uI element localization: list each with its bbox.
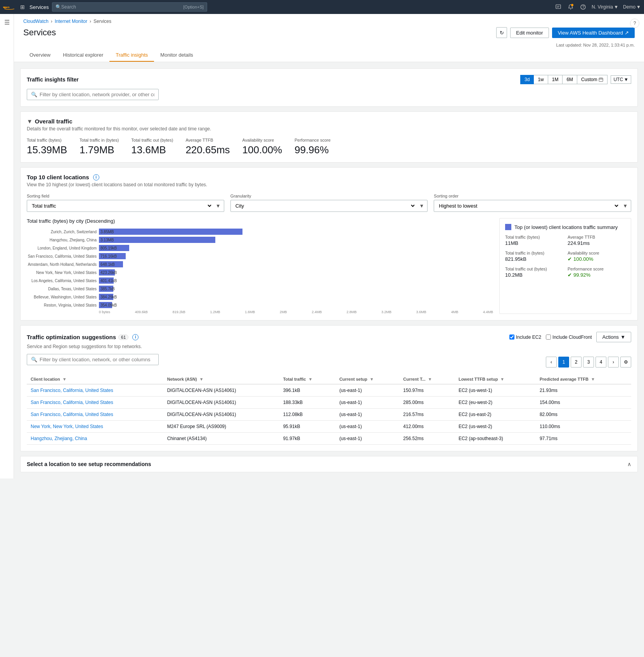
page-4-btn[interactable]: 4 xyxy=(596,357,606,368)
bar-fill: 384.29kB xyxy=(99,294,113,300)
filter-input[interactable] xyxy=(40,92,154,97)
bar-fill: 401.41kB xyxy=(99,277,114,284)
time-btn-1m[interactable]: 1M xyxy=(548,75,563,84)
svg-rect-8 xyxy=(599,78,603,81)
page-2-btn[interactable]: 2 xyxy=(571,357,582,368)
timezone-select[interactable]: UTC ▼ xyxy=(611,75,631,84)
top-locations-info[interactable]: i xyxy=(93,174,99,180)
time-btn-custom[interactable]: Custom xyxy=(577,75,608,84)
include-ec2-checkbox[interactable]: Include EC2 xyxy=(509,335,541,340)
tab-historical-explorer[interactable]: Historical explorer xyxy=(57,49,109,62)
traffic-summary-card: Top (or lowest) client locations traffic… xyxy=(499,218,631,314)
sugg-filter-input[interactable] xyxy=(40,357,154,362)
total-traffic-cell: 91.97kB xyxy=(279,433,336,445)
granularity-arrow: ▼ xyxy=(416,203,427,209)
nav-services[interactable]: Services xyxy=(29,4,49,10)
bar-track: 354.09kB xyxy=(99,302,493,308)
current-t-cell: 216.57ms xyxy=(399,409,455,421)
filter-title: Traffic insights filter xyxy=(27,76,79,83)
nav-grid-icon[interactable]: ⊞ xyxy=(19,3,26,11)
svg-text:?: ? xyxy=(582,5,585,9)
th-current-setup[interactable]: Current setup ▼ xyxy=(336,374,400,384)
bar-value: 423.26kB xyxy=(100,270,117,275)
th-client-location[interactable]: Client location ▼ xyxy=(27,374,163,384)
bar-label: Los Angeles, California, United States xyxy=(27,279,97,283)
th-predicted-ttfb[interactable]: Predicted average TTFB ▼ xyxy=(536,374,631,384)
network-cell: DIGITALOCEAN-ASN (AS14061) xyxy=(163,409,279,421)
help-icon[interactable]: ? xyxy=(630,19,639,28)
aws-logo[interactable]: aws xyxy=(3,3,16,11)
client-location-link[interactable]: San Francisco, California, United States xyxy=(31,412,113,417)
time-btn-1w[interactable]: 1w xyxy=(533,75,548,84)
actions-button[interactable]: Actions ▼ xyxy=(596,332,631,342)
th-lowest-ttfb[interactable]: Lowest TTFB setup ▼ xyxy=(455,374,536,384)
nav-demo[interactable]: Demo ▼ xyxy=(623,4,641,10)
sidebar-toggle[interactable]: ☰ xyxy=(0,14,14,478)
refresh-button[interactable]: ↻ xyxy=(496,27,507,38)
bar-label: Zurich, Zurich, Switzerland xyxy=(27,230,97,234)
last-updated: Last updated: Nov 28, 2022, 1:33:41 p.m. xyxy=(23,43,635,47)
predicted-ttfb-cell: 21.93ms xyxy=(536,384,631,397)
page-next-btn[interactable]: › xyxy=(608,357,619,368)
bar-value: 385.7kB xyxy=(100,287,115,291)
demo-caret: ▼ xyxy=(636,4,641,10)
edit-monitor-button[interactable]: Edit monitor xyxy=(510,28,549,38)
sugg-info[interactable]: i xyxy=(132,334,138,340)
th-total-traffic[interactable]: Total traffic ▼ xyxy=(279,374,336,384)
lowest-ttfb-cell: EC2 (us-west-2) xyxy=(455,421,536,433)
th-network[interactable]: Network (ASN) ▼ xyxy=(163,374,279,384)
time-btn-6m[interactable]: 6M xyxy=(562,75,577,84)
include-cloudfront-checkbox[interactable]: Include CloudFront xyxy=(546,335,592,340)
granularity-select[interactable]: City Country xyxy=(231,200,416,211)
bar-fill: 3.85MB xyxy=(99,229,242,235)
menu-icon[interactable]: ☰ xyxy=(4,19,10,26)
breadcrumb-sep-2: › xyxy=(90,19,91,24)
timezone-caret: ▼ xyxy=(624,77,628,82)
top-nav: aws ⊞ Services 🔍 [Option+S] ? N. Virgini… xyxy=(0,0,644,14)
check-icon: ✔ xyxy=(568,256,572,262)
nav-search[interactable]: 🔍 [Option+S] xyxy=(52,2,207,12)
x-label: 1.6MB xyxy=(245,310,255,314)
page-settings-btn[interactable]: ⚙ xyxy=(620,357,631,368)
client-location-link[interactable]: San Francisco, California, United States xyxy=(31,388,113,393)
client-location-link[interactable]: Hangzhou, Zhejiang, China xyxy=(31,436,87,441)
nav-help-icon[interactable]: ? xyxy=(579,3,587,11)
client-location-link[interactable]: San Francisco, California, United States xyxy=(31,400,113,405)
page-3-btn[interactable]: 3 xyxy=(583,357,594,368)
page-prev-btn[interactable]: ‹ xyxy=(546,357,557,368)
tab-overview[interactable]: Overview xyxy=(23,49,57,62)
time-btn-3d[interactable]: 3d xyxy=(520,75,534,84)
bar-value: 648.1kB xyxy=(100,262,115,267)
tab-monitor-details[interactable]: Monitor details xyxy=(154,49,199,62)
nav-feedback-icon[interactable] xyxy=(554,3,562,11)
page-title: Services xyxy=(23,28,56,38)
bar-row: Bellevue, Washington, United States384.2… xyxy=(27,294,493,300)
bar-fill: 3.13MB xyxy=(99,237,215,243)
sorting-order-arrow: ▼ xyxy=(620,203,631,209)
tab-traffic-insights[interactable]: Traffic insights xyxy=(109,49,154,62)
nav-region[interactable]: N. Virginia ▼ xyxy=(592,4,618,10)
th-current-t[interactable]: Current T... ▼ xyxy=(399,374,455,384)
sorting-field-select[interactable]: Total traffic xyxy=(27,200,213,211)
bar-label: Amsterdam, North Holland, Netherlands xyxy=(27,262,97,267)
metric-traffic-out: Total traffic out (bytes) 13.6MB xyxy=(131,138,173,156)
search-input[interactable] xyxy=(61,4,184,10)
view-health-button[interactable]: View AWS Health Dashboard ↗ xyxy=(552,28,635,38)
breadcrumb-cloudwatch[interactable]: CloudWatch xyxy=(23,19,48,24)
predicted-ttfb-cell: 110.00ms xyxy=(536,421,631,433)
nav-notification-icon[interactable] xyxy=(567,3,575,11)
table-row: Hangzhou, Zhejiang, ChinaChinanet (AS413… xyxy=(27,433,631,445)
filter-search-bar: 🔍 xyxy=(27,89,159,100)
page-1-btn[interactable]: 1 xyxy=(558,357,569,368)
current-t-cell: 256.52ms xyxy=(399,433,455,445)
breadcrumb-internet-monitor[interactable]: Internet Monitor xyxy=(55,19,87,24)
sorting-order-select[interactable]: Highest to lowest Lowest to highest xyxy=(434,200,620,211)
bottom-section[interactable]: Select a location to see setup recommend… xyxy=(20,456,638,472)
current-setup-cell: (us-east-1) xyxy=(336,433,400,445)
table-row: San Francisco, California, United States… xyxy=(27,397,631,409)
client-location-link[interactable]: New York, New York, United States xyxy=(31,424,103,429)
chart-title: Total traffic (bytes) by city (Descendin… xyxy=(27,218,493,224)
collapse-arrow[interactable]: ▼ xyxy=(27,118,33,125)
bar-label: Bellevue, Washington, United States xyxy=(27,295,97,299)
sugg-filter-bar: 🔍 xyxy=(27,354,159,365)
